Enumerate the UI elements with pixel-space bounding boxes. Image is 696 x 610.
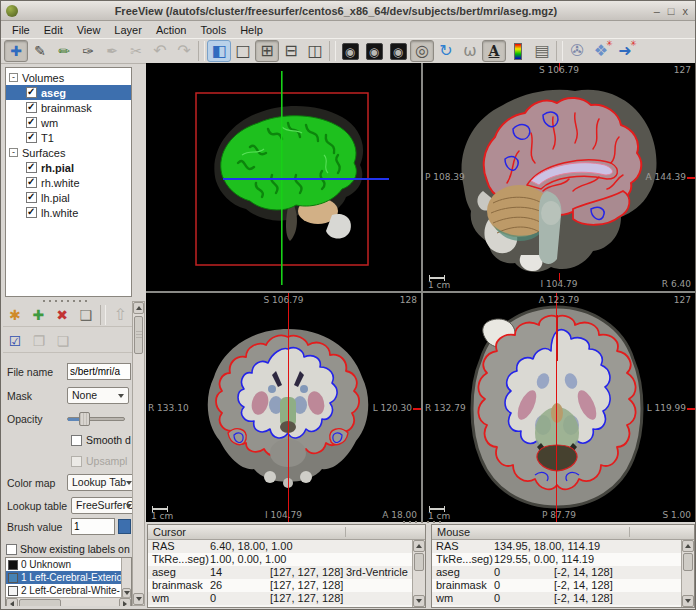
coronal-view-panel[interactable]: S 106.79 128 R 133.10 L 120.30 I 104.79 … bbox=[146, 293, 421, 522]
menu-item[interactable]: Action bbox=[149, 23, 194, 37]
save-volume-icon[interactable]: ❑ bbox=[74, 304, 98, 326]
cursor-panel-scrollbar[interactable] bbox=[412, 540, 425, 607]
file-name-input[interactable] bbox=[67, 363, 131, 380]
vscroll-thumb[interactable] bbox=[134, 316, 143, 354]
close-button[interactable]: x bbox=[683, 2, 689, 20]
tree-row[interactable]: rh.pial bbox=[6, 160, 131, 175]
mask-select[interactable]: None bbox=[67, 387, 129, 404]
layer-visibility-checkbox[interactable] bbox=[26, 102, 37, 113]
layout-1x1-icon[interactable]: □ bbox=[231, 40, 255, 62]
layout-1and3-side-icon[interactable]: ◫ bbox=[303, 40, 327, 62]
sagittal-view-icon[interactable]: ◉ bbox=[338, 40, 362, 62]
axial-view-icon[interactable]: ◉ bbox=[386, 40, 410, 62]
layer-visibility-checkbox[interactable] bbox=[26, 192, 37, 203]
voxel-edit-icon[interactable]: ✎ bbox=[28, 40, 52, 62]
scroll-up-icon[interactable] bbox=[133, 302, 144, 314]
layer-visibility-checkbox[interactable] bbox=[26, 87, 37, 98]
show-existing-labels-checkbox[interactable] bbox=[6, 544, 17, 555]
tree-row[interactable]: - Surfaces bbox=[6, 145, 131, 160]
vscroll-thumb[interactable] bbox=[414, 553, 424, 571]
scroll-left-icon[interactable] bbox=[6, 598, 18, 606]
scroll-up-icon[interactable] bbox=[413, 540, 425, 552]
view-3d-panel[interactable] bbox=[146, 63, 421, 291]
reset-view-icon[interactable]: ↻ bbox=[434, 40, 458, 62]
tree-row[interactable]: lh.pial bbox=[6, 190, 131, 205]
scroll-up-icon[interactable] bbox=[682, 540, 694, 552]
close-volume-icon[interactable]: ✖ bbox=[50, 304, 74, 326]
path-tool-icon[interactable]: ✂ bbox=[124, 40, 148, 62]
sidebar-vscrollbar[interactable] bbox=[132, 301, 145, 606]
expander-icon[interactable]: - bbox=[9, 148, 18, 157]
new-volume-icon[interactable]: ✚ bbox=[27, 304, 51, 326]
menu-item[interactable]: Layer bbox=[107, 23, 149, 37]
menu-item[interactable]: Help bbox=[233, 23, 270, 37]
color-map-select[interactable]: Lookup Tab bbox=[67, 474, 132, 491]
annotation-icon[interactable]: A bbox=[482, 40, 506, 62]
tree-row[interactable]: brainmask bbox=[6, 100, 131, 115]
brush-value-input[interactable] bbox=[71, 518, 115, 535]
tree-row[interactable]: aseg bbox=[6, 85, 131, 100]
label-list-item[interactable]: 2 Left-Cerebral-White- bbox=[6, 584, 121, 597]
toggle-panel-icon[interactable]: ◧ bbox=[207, 40, 231, 62]
menu-item[interactable]: Edit bbox=[37, 23, 70, 37]
layout-2x2-icon[interactable]: ⊞ bbox=[255, 40, 279, 62]
scroll-right-icon[interactable] bbox=[119, 598, 131, 606]
apply-edits-icon[interactable]: ☑ bbox=[3, 330, 27, 352]
recon-edit-icon[interactable]: ✏ bbox=[52, 40, 76, 62]
sagittal-view-panel[interactable]: S 106.79 127 P 108.39 A 144.39 I 104.79 … bbox=[423, 63, 695, 291]
navigate-icon[interactable]: ✚ bbox=[4, 40, 28, 62]
label-list-item[interactable]: 1 Left-Cerebral-Exterio bbox=[6, 571, 121, 584]
copy-structure-icon[interactable]: ❐ bbox=[27, 330, 51, 352]
hscroll-thumb[interactable] bbox=[19, 599, 61, 606]
toolbar-button-glyph: ✎ bbox=[34, 44, 46, 58]
screenshot-icon[interactable]: ✇ bbox=[565, 40, 589, 62]
menu-item[interactable]: Tools bbox=[193, 23, 233, 37]
lookup-table-select[interactable]: FreeSurferC bbox=[71, 497, 132, 514]
ruler-icon[interactable]: ▤ bbox=[530, 40, 554, 62]
load-volume-icon[interactable]: ✱ bbox=[3, 304, 27, 326]
layer-visibility-checkbox[interactable] bbox=[26, 117, 37, 128]
brush-color-button[interactable] bbox=[118, 519, 131, 534]
minimize-button[interactable]: – bbox=[654, 2, 660, 20]
paste-structure-icon[interactable]: ❏ bbox=[51, 330, 75, 352]
axial-view-panel[interactable]: A 123.79 127 R 132.79 L 119.99 P 87.79 S… bbox=[423, 293, 695, 522]
save-movie-icon[interactable]: ❖ bbox=[589, 40, 613, 62]
scroll-down-icon[interactable] bbox=[682, 595, 694, 607]
opacity-slider[interactable] bbox=[67, 412, 125, 426]
undo-icon[interactable]: ↶ bbox=[148, 40, 172, 62]
tool-button-glyph: ✖ bbox=[56, 308, 68, 322]
tree-row[interactable]: - Volumes bbox=[6, 70, 131, 85]
layer-visibility-checkbox[interactable] bbox=[26, 162, 37, 173]
expander-icon[interactable]: - bbox=[9, 73, 18, 82]
layout-1and3-icon[interactable]: ⊟ bbox=[279, 40, 303, 62]
tree-row[interactable]: T1 bbox=[6, 130, 131, 145]
scroll-down-icon[interactable] bbox=[413, 595, 425, 607]
label-list-vscrollbar[interactable] bbox=[121, 558, 131, 598]
scroll-down-icon[interactable] bbox=[133, 593, 144, 605]
redo-icon[interactable]: ↷ bbox=[172, 40, 196, 62]
upsample-checkbox[interactable] bbox=[71, 456, 82, 467]
maximize-button[interactable]: □ bbox=[668, 2, 675, 20]
tree-row[interactable]: lh.white bbox=[6, 205, 131, 220]
move-layer-up-icon[interactable]: ⇧ bbox=[108, 304, 132, 326]
opacity-slider-thumb[interactable] bbox=[79, 412, 90, 426]
label-list-item[interactable]: 0 Unknown bbox=[6, 558, 121, 571]
goto-point-icon[interactable]: ➜ bbox=[613, 40, 637, 62]
coronal-view-icon[interactable]: ◉ bbox=[362, 40, 386, 62]
colorbar-icon[interactable] bbox=[506, 40, 530, 62]
pointset-edit-icon[interactable]: ✑ bbox=[76, 40, 100, 62]
tree-row[interactable]: rh.white bbox=[6, 175, 131, 190]
view-3d-icon[interactable]: ◎ bbox=[410, 40, 434, 62]
label-list-hscrollbar[interactable] bbox=[6, 597, 131, 606]
menu-item[interactable]: View bbox=[70, 23, 108, 37]
menu-item[interactable]: File bbox=[5, 23, 37, 37]
mouse-panel-scrollbar[interactable] bbox=[681, 540, 694, 607]
roi-edit-icon[interactable]: ✒ bbox=[100, 40, 124, 62]
show-surface-icon[interactable]: ω bbox=[458, 40, 482, 62]
vscroll-thumb[interactable] bbox=[683, 553, 693, 571]
layer-visibility-checkbox[interactable] bbox=[26, 177, 37, 188]
layer-visibility-checkbox[interactable] bbox=[26, 132, 37, 143]
tree-row[interactable]: wm bbox=[6, 115, 131, 130]
layer-visibility-checkbox[interactable] bbox=[26, 207, 37, 218]
smooth-checkbox[interactable] bbox=[71, 435, 82, 446]
